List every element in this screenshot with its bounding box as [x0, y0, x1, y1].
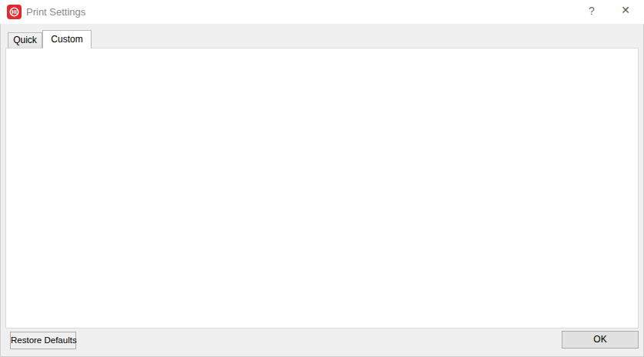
makerbot-logo-icon	[7, 5, 22, 19]
restore-defaults-button[interactable]: Restore Defaults	[10, 332, 76, 349]
help-button[interactable]: ?	[582, 5, 601, 20]
custom-tab-pane	[5, 48, 639, 329]
tab-quick[interactable]: Quick	[8, 32, 42, 48]
tab-custom[interactable]: Custom	[42, 30, 92, 48]
window-title: Print Settings	[26, 6, 85, 18]
title-bar: Print Settings ? ✕	[0, 0, 644, 24]
close-button[interactable]: ✕	[616, 4, 636, 19]
ok-button[interactable]: OK	[562, 331, 639, 349]
